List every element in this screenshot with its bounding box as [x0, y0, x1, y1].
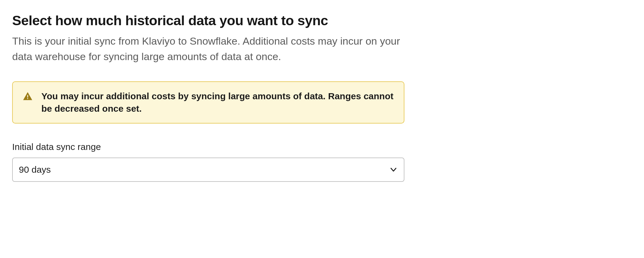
page-description: This is your initial sync from Klaviyo t…: [12, 33, 407, 64]
warning-alert-text: You may incur additional costs by syncin…: [41, 90, 394, 115]
svg-point-1: [27, 98, 28, 99]
sync-range-select[interactable]: 90 days: [12, 158, 404, 182]
svg-rect-0: [27, 95, 28, 98]
page-heading: Select how much historical data you want…: [12, 13, 632, 29]
warning-alert: You may incur additional costs by syncin…: [12, 81, 404, 124]
sync-range-select-wrapper: 90 days: [12, 158, 404, 182]
sync-range-label: Initial data sync range: [12, 142, 632, 152]
warning-triangle-icon: [23, 91, 33, 101]
